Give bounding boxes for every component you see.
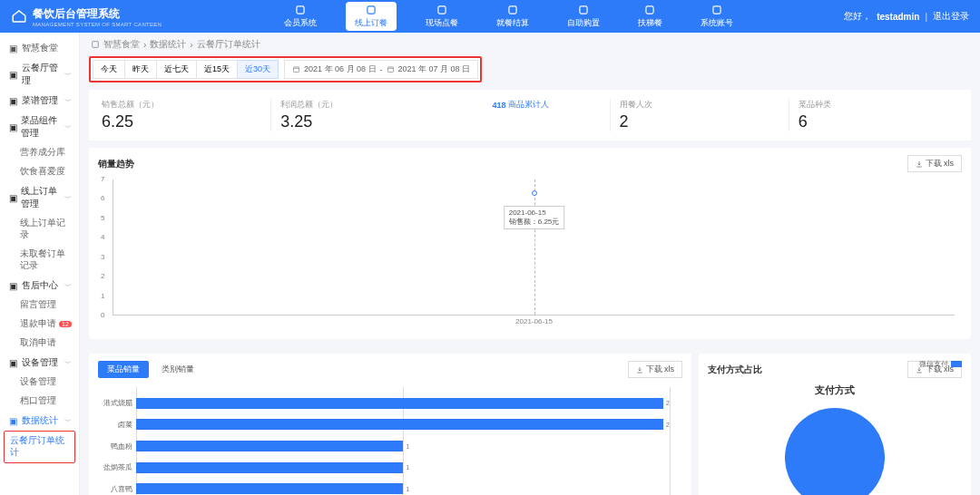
date-preset-0[interactable]: 今天: [93, 60, 125, 79]
trend-chart[interactable]: 012345672021-06-152021-06-15销售额：6.25元: [113, 180, 955, 315]
crumb-2: 云餐厅订单统计: [197, 38, 260, 51]
sidebar-item-2[interactable]: ▣菜谱管理﹀: [0, 91, 79, 111]
svg-rect-4: [580, 6, 587, 14]
chevron-down-icon: ﹀: [64, 416, 72, 426]
nav-item-1[interactable]: 线上订餐: [346, 2, 397, 31]
nav-item-3[interactable]: 就餐结算: [487, 2, 538, 31]
chevron-down-icon: ﹀: [64, 281, 72, 291]
svg-rect-7: [93, 42, 99, 48]
sidebar-item-15[interactable]: 档口管理: [0, 392, 79, 411]
brand-subtitle: MANAGEMENT SYSTEM OF SMART CANTEEN: [33, 22, 162, 27]
nav-icon: [506, 4, 519, 16]
sales-bar-chart[interactable]: 012港式烧腊2卤菜2鸭血粉1盐焗茶瓜1八喜鸭1: [136, 387, 670, 495]
sidebar-item-3[interactable]: ▣菜品组件管理﹀: [0, 111, 79, 143]
sidebar-item-10[interactable]: 留言管理: [0, 296, 79, 315]
download-icon: [916, 160, 923, 168]
pie-chart[interactable]: [785, 408, 885, 495]
sales-panel: 菜品销量类别销量 下载 xls 012港式烧腊2卤菜2鸭血粉1盐焗茶瓜1八喜鸭1: [89, 354, 691, 495]
stat-dish-types: 菜品种类 6: [799, 99, 958, 131]
nav-item-4[interactable]: 自助购置: [558, 2, 609, 31]
sidebar-item-16[interactable]: ▣数据统计﹀: [0, 411, 79, 431]
trend-panel: 销量趋势 下载 xls 012345672021-06-152021-06-15…: [89, 148, 971, 339]
sidebar-item-7[interactable]: 线上订单记录: [0, 214, 79, 245]
chevron-down-icon: ﹀: [64, 358, 72, 368]
sidebar-item-4[interactable]: 营养成分库: [0, 143, 79, 162]
stat-link-cell: 418 商品累计人: [440, 99, 600, 111]
brand-title: 餐饮后台管理系统: [33, 6, 162, 22]
stat-link[interactable]: 418 商品累计人: [492, 99, 548, 111]
sales-tab-0[interactable]: 菜品销量: [98, 361, 149, 378]
date-preset-1[interactable]: 昨天: [125, 60, 157, 79]
bar: [136, 398, 663, 409]
greeting: 您好，: [844, 10, 871, 23]
sidebar: ▣智慧食堂▣云餐厅管理﹀▣菜谱管理﹀▣菜品组件管理﹀营养成分库饮食喜爱度▣线上订…: [0, 33, 80, 495]
chevron-down-icon: ﹀: [64, 70, 72, 80]
bar: [136, 483, 403, 494]
calendar-icon: [292, 65, 300, 73]
sidebar-item-5[interactable]: 饮食喜爱度: [0, 162, 79, 181]
top-nav: 餐饮后台管理系统 MANAGEMENT SYSTEM OF SMART CANT…: [0, 0, 980, 33]
bar: [136, 441, 403, 451]
date-preset-4[interactable]: 近30天: [238, 60, 279, 79]
date-filter: 今天昨天近七天近15天近30天2021 年 06 月 08 日 - 2021 年…: [89, 56, 482, 82]
svg-rect-0: [297, 6, 304, 14]
breadcrumb: 智慧食堂 › 数据统计 › 云餐厅订单统计: [89, 33, 971, 56]
svg-rect-8: [294, 67, 299, 73]
trend-title: 销量趋势: [98, 158, 134, 170]
date-range-picker[interactable]: 2021 年 06 月 08 日 - 2021 年 07 月 08 日: [284, 60, 478, 79]
chevron-down-icon: ﹀: [64, 193, 72, 203]
nav-item-2[interactable]: 现场点餐: [416, 2, 467, 31]
legend-swatch: [951, 361, 962, 367]
stats-row: 销售总额（元） 6.25 利润总额（元） 3.25 418 商品累计人 用餐人次…: [89, 90, 971, 141]
sidebar-item-12[interactable]: 取消申请: [0, 334, 79, 353]
chevron-down-icon: ﹀: [64, 122, 72, 132]
pie-chart-title: 支付方式: [708, 383, 962, 397]
chart-tooltip: 2021-06-15销售额：6.25元: [504, 206, 565, 229]
sidebar-item-9[interactable]: ▣售后中心﹀: [0, 276, 79, 296]
sidebar-item-13[interactable]: ▣设备管理﹀: [0, 353, 79, 373]
nav-icon: [294, 4, 307, 16]
nav-icon: [436, 4, 448, 16]
nav-item-5[interactable]: 扶梯餐: [629, 2, 671, 31]
date-preset-3[interactable]: 近15天: [197, 60, 238, 79]
stat-diners: 用餐人次 2: [620, 99, 779, 131]
bar: [136, 462, 403, 473]
nav-icon: [710, 4, 723, 16]
sales-tabs: 菜品销量类别销量: [98, 361, 203, 378]
user-area: 您好， testadmin | 退出登录: [844, 10, 980, 23]
sales-tab-1[interactable]: 类别销量: [152, 361, 203, 378]
pie-legend: 微信支付: [919, 359, 962, 369]
payment-title: 支付方式占比: [708, 364, 762, 376]
sidebar-item-8[interactable]: 未取餐订单记录: [0, 245, 79, 276]
svg-rect-3: [509, 6, 516, 14]
svg-rect-9: [387, 67, 393, 73]
stat-sales-total: 销售总额（元） 6.25: [102, 99, 261, 131]
brand: 餐饮后台管理系统 MANAGEMENT SYSTEM OF SMART CANT…: [0, 6, 172, 27]
badge: 12: [59, 321, 72, 327]
sidebar-item-14[interactable]: 设备管理: [0, 373, 79, 392]
nav-icon: [643, 4, 656, 16]
bar: [136, 419, 663, 430]
logo-icon: [11, 8, 27, 24]
svg-rect-1: [368, 6, 375, 14]
download-trend-button[interactable]: 下载 xls: [907, 155, 963, 172]
calendar-icon: [387, 65, 395, 73]
download-sales-button[interactable]: 下载 xls: [628, 361, 683, 378]
nav-icon: [365, 4, 377, 16]
crumb-1[interactable]: 数据统计: [150, 38, 186, 51]
crumb-0[interactable]: 智慧食堂: [103, 38, 140, 51]
download-icon: [636, 366, 643, 374]
sidebar-item-6[interactable]: ▣线上订单管理﹀: [0, 181, 79, 214]
sidebar-item-0[interactable]: ▣智慧食堂: [0, 38, 79, 58]
nav-item-0[interactable]: 会员系统: [275, 2, 326, 31]
breadcrumb-icon: [91, 40, 100, 49]
nav-item-6[interactable]: 系统账号: [691, 2, 742, 31]
svg-rect-5: [646, 6, 653, 14]
payment-panel: 支付方式占比 下载 xls 微信支付 支付方式 微信支付：100%: [699, 354, 971, 495]
logout-link[interactable]: 退出登录: [933, 10, 969, 23]
svg-rect-2: [438, 6, 446, 14]
date-preset-2[interactable]: 近七天: [157, 60, 197, 79]
sidebar-item-1[interactable]: ▣云餐厅管理﹀: [0, 58, 79, 91]
sidebar-item-17[interactable]: 云餐厅订单统计: [4, 431, 75, 463]
sidebar-item-11[interactable]: 退款申请12: [0, 315, 79, 334]
